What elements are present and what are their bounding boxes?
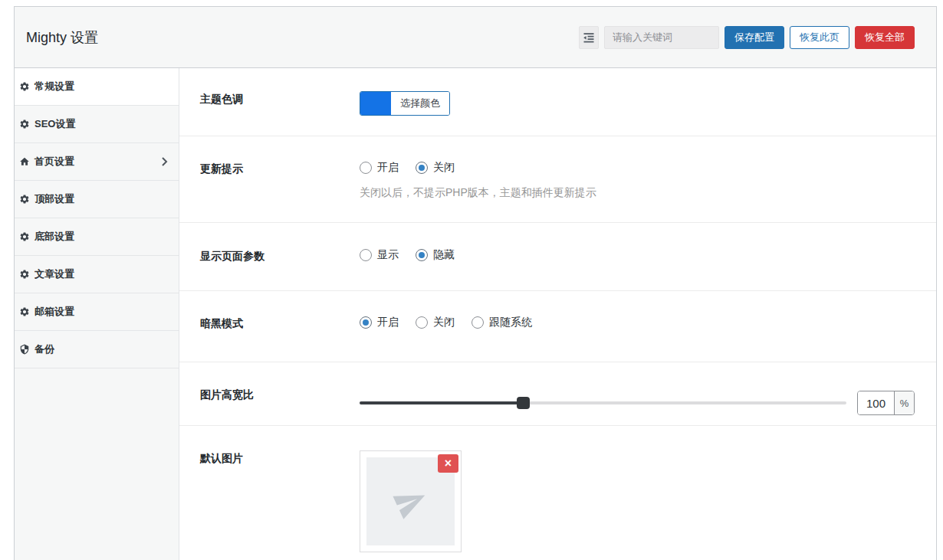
setting-control: × [360,450,915,560]
radio-option[interactable]: 关闭 [416,316,455,329]
aspect-ratio-input-group: % [857,391,915,415]
radio-label: 关闭 [433,316,455,329]
sidebar-item-label: 首页设置 [34,155,74,169]
sidebar-item-footer[interactable]: 底部设置 [15,218,179,256]
color-swatch[interactable] [360,92,391,115]
page-title: Mighty 设置 [26,28,98,47]
restore-all-button[interactable]: 恢复全部 [855,26,915,49]
setting-row-theme-color: 主题色调 选择颜色 [179,68,936,136]
radio-option[interactable]: 开启 [360,161,399,175]
slider-track[interactable] [360,401,846,404]
radio-label: 跟随系统 [489,316,532,329]
radio-label: 开启 [377,161,399,175]
panel-header: Mighty 设置 保存配置 恢复此页 恢复全部 [15,7,936,68]
radio-label: 开启 [377,316,399,329]
menu-fold-button[interactable] [579,26,599,49]
radio-label: 隐藏 [433,248,455,262]
setting-label: 更新提示 [200,161,360,222]
home-icon [19,156,30,167]
radio-option[interactable]: 开启 [360,316,399,329]
setting-label: 默认图片 [200,450,360,560]
settings-panel: Mighty 设置 保存配置 恢复此页 恢复全部 常规设置SEO设置 [14,6,937,560]
aspect-ratio-input[interactable] [858,391,894,414]
panel-body: 常规设置SEO设置首页设置顶部设置底部设置文章设置邮箱设置备份 主题色调 选择颜… [15,68,936,560]
radio-label: 关闭 [433,161,455,175]
setting-control: 开启关闭 关闭以后，不提示PHP版本，主题和插件更新提示 [360,161,915,222]
setting-label: 图片高宽比 [200,381,360,425]
setting-control: % [360,381,915,425]
setting-row-page-params: 显示页面参数 显示隐藏 [179,223,936,291]
sidebar-item-header[interactable]: 顶部设置 [15,181,179,218]
radio-checked-icon[interactable] [360,316,372,329]
restore-page-button[interactable]: 恢复此页 [790,26,849,49]
slider-fill [360,401,523,404]
sidebar: 常规设置SEO设置首页设置顶部设置底部设置文章设置邮箱设置备份 [15,68,179,560]
default-image-preview[interactable]: × [360,450,462,552]
sidebar-item-backup[interactable]: 备份 [15,331,179,368]
gear-icon [19,231,30,242]
sidebar-item-mail[interactable]: 邮箱设置 [15,293,179,331]
select-color-button[interactable]: 选择颜色 [391,92,449,115]
sidebar-item-homepage[interactable]: 首页设置 [15,143,179,181]
setting-row-default-image: 默认图片 × [179,426,936,560]
paper-plane-icon [388,479,432,523]
radio-unchecked-icon[interactable] [360,162,372,174]
menu-fold-icon [583,31,595,44]
sidebar-item-label: 备份 [34,342,54,356]
sidebar-item-label: 顶部设置 [34,192,74,206]
aspect-ratio-slider[interactable] [360,391,846,415]
radio-option[interactable]: 显示 [360,248,399,262]
sidebar-item-seo[interactable]: SEO设置 [15,106,179,143]
setting-control: 开启关闭跟随系统 [360,316,915,362]
search-input[interactable] [604,26,719,49]
slider-handle[interactable] [517,397,530,409]
chevron-right-icon [161,157,168,166]
gear-icon [19,119,30,129]
sidebar-item-label: 文章设置 [34,267,74,281]
radio-unchecked-icon[interactable] [472,316,484,329]
theme-color-picker: 选择颜色 [360,91,450,116]
update-notice-radio-group: 开启关闭 [360,161,915,175]
sidebar-item-label: 底部设置 [34,230,74,244]
header-actions: 保存配置 恢复此页 恢复全部 [579,26,915,49]
gear-icon [19,269,30,280]
sidebar-item-label: 常规设置 [34,80,74,93]
setting-row-aspect-ratio: 图片高宽比 % [179,362,936,426]
radio-checked-icon[interactable] [416,249,428,261]
sidebar-item-label: SEO设置 [34,117,75,131]
radio-unchecked-icon[interactable] [416,316,428,329]
shield-icon [19,344,30,355]
setting-description: 关闭以后，不提示PHP版本，主题和插件更新提示 [360,186,915,200]
sidebar-item-general[interactable]: 常规设置 [15,68,179,106]
setting-label: 显示页面参数 [200,248,360,290]
radio-unchecked-icon[interactable] [360,249,372,261]
setting-label: 暗黑模式 [200,316,360,362]
gear-icon [19,81,30,92]
setting-label: 主题色调 [200,91,360,136]
dark-mode-radio-group: 开启关闭跟随系统 [360,316,915,329]
radio-label: 显示 [377,248,399,262]
radio-checked-icon[interactable] [416,162,428,174]
sidebar-item-article[interactable]: 文章设置 [15,256,179,293]
close-icon: × [445,457,452,470]
setting-control: 显示隐藏 [360,248,915,290]
sidebar-item-label: 邮箱设置 [34,305,74,319]
radio-option[interactable]: 跟随系统 [472,316,532,329]
settings-content: 主题色调 选择颜色 更新提示 开启关闭 关闭以后，不提示PHP版本，主题和插件更… [179,68,936,560]
delete-image-button[interactable]: × [438,454,458,473]
page-params-radio-group: 显示隐藏 [360,248,915,262]
radio-option[interactable]: 关闭 [416,161,455,175]
gear-icon [19,306,30,317]
setting-row-update-notice: 更新提示 开启关闭 关闭以后，不提示PHP版本，主题和插件更新提示 [179,136,936,223]
setting-row-dark-mode: 暗黑模式 开启关闭跟随系统 [179,291,936,362]
setting-control: 选择颜色 [360,91,915,136]
radio-option[interactable]: 隐藏 [416,248,455,262]
gear-icon [19,194,30,205]
percent-suffix: % [894,391,914,414]
save-config-button[interactable]: 保存配置 [724,26,784,49]
